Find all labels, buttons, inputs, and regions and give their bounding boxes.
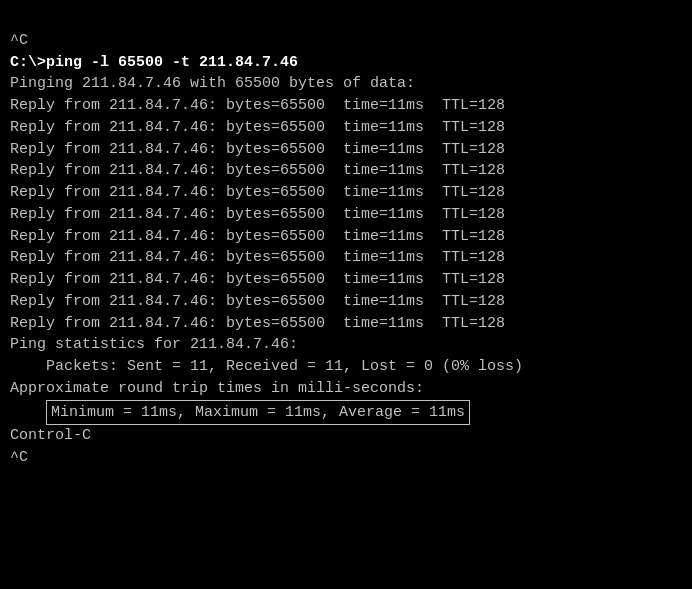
terminal-line-min-max-avg: Minimum = 11ms, Maximum = 11ms, Average … — [10, 400, 682, 426]
terminal-line-reply-3: Reply from 211.84.7.46: bytes=65500 time… — [10, 139, 682, 161]
terminal-line-reply-2: Reply from 211.84.7.46: bytes=65500 time… — [10, 117, 682, 139]
terminal-line-reply-6: Reply from 211.84.7.46: bytes=65500 time… — [10, 204, 682, 226]
terminal-line-reply-9: Reply from 211.84.7.46: bytes=65500 time… — [10, 269, 682, 291]
terminal-line-reply-1: Reply from 211.84.7.46: bytes=65500 time… — [10, 95, 682, 117]
terminal-line-ctrl-c-1: ^C — [10, 30, 682, 52]
terminal-output: ^CC:\>ping -l 65500 -t 211.84.7.46Pingin… — [10, 8, 682, 469]
highlighted-stats: Minimum = 11ms, Maximum = 11ms, Average … — [46, 400, 470, 426]
terminal-line-pinging: Pinging 211.84.7.46 with 65500 bytes of … — [10, 73, 682, 95]
terminal-line-packets: Packets: Sent = 11, Received = 11, Lost … — [10, 356, 682, 378]
terminal-line-reply-5: Reply from 211.84.7.46: bytes=65500 time… — [10, 182, 682, 204]
terminal-line-reply-10: Reply from 211.84.7.46: bytes=65500 time… — [10, 291, 682, 313]
terminal-line-command: C:\>ping -l 65500 -t 211.84.7.46 — [10, 52, 682, 74]
terminal-line-reply-4: Reply from 211.84.7.46: bytes=65500 time… — [10, 160, 682, 182]
terminal-line-reply-8: Reply from 211.84.7.46: bytes=65500 time… — [10, 247, 682, 269]
terminal-line-control-c: Control-C — [10, 425, 682, 447]
terminal-line-reply-11: Reply from 211.84.7.46: bytes=65500 time… — [10, 313, 682, 335]
terminal-line-caret: ^C — [10, 447, 682, 469]
terminal-line-ping-stats-header: Ping statistics for 211.84.7.46: — [10, 334, 682, 356]
command-text: C:\>ping -l 65500 -t 211.84.7.46 — [10, 54, 298, 71]
terminal-line-approx: Approximate round trip times in milli-se… — [10, 378, 682, 400]
terminal-line-reply-7: Reply from 211.84.7.46: bytes=65500 time… — [10, 226, 682, 248]
